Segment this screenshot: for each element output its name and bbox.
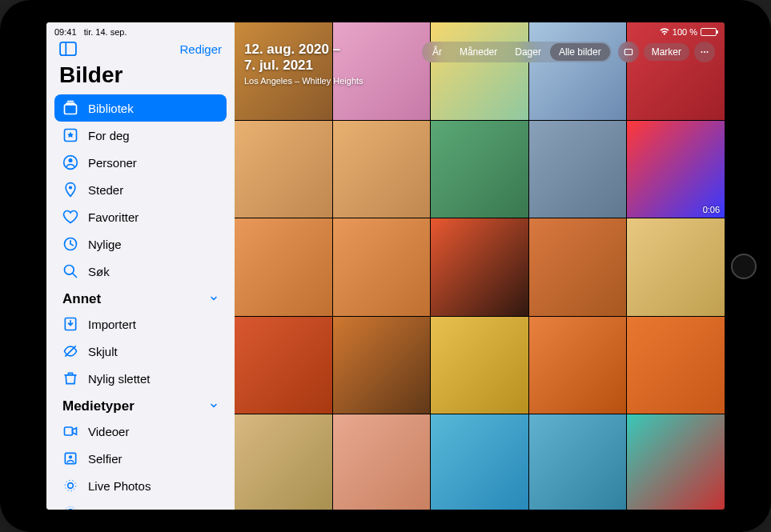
sidebar-item-livephoto[interactable]: Live Photos — [54, 472, 227, 499]
sidebar-item-selfie[interactable]: Selfier — [54, 445, 227, 472]
sidebar-item-portrait[interactable]: Portrett — [54, 499, 227, 510]
view-segmented-control[interactable]: ÅrMånederDagerAlle bilder — [422, 42, 612, 62]
screen: 09:41 tir. 14. sep. 100 % Rediger — [46, 22, 725, 510]
sidebar-item-recents[interactable]: Nylige — [54, 230, 227, 258]
sidebar-title: Bilder — [54, 61, 227, 94]
photo-thumbnail[interactable] — [529, 414, 627, 510]
foryou-icon — [62, 127, 78, 143]
select-button[interactable]: Marker — [644, 43, 689, 61]
photo-thumbnail[interactable] — [431, 121, 528, 218]
svg-rect-21 — [624, 50, 632, 55]
sidebar-item-hidden[interactable]: Skjult — [54, 338, 227, 365]
svg-point-7 — [69, 158, 73, 162]
trash-icon — [62, 370, 78, 386]
ipad-frame: 09:41 tir. 14. sep. 100 % Rediger — [0, 0, 771, 532]
sidebar-item-label: For deg — [88, 129, 130, 142]
sidebar-item-video[interactable]: Videoer — [54, 418, 227, 445]
sidebar-item-label: Steder — [88, 183, 123, 197]
sidebar-item-favorites[interactable]: Favoritter — [54, 203, 227, 230]
sidebar-toggle-icon[interactable] — [59, 42, 77, 56]
photo-thumbnail[interactable] — [627, 414, 725, 510]
photo-thumbnail[interactable] — [235, 218, 332, 316]
sidebar-item-label: Bibliotek — [88, 102, 134, 115]
sidebar: Rediger Bilder BibliotekFor degPersonerS… — [46, 22, 235, 510]
sidebar-item-label: Portrett — [88, 506, 127, 510]
svg-point-8 — [69, 186, 72, 189]
svg-rect-4 — [67, 101, 74, 102]
section-title: Medietyper — [62, 398, 135, 414]
photo-grid: 0:06 — [235, 22, 725, 510]
sidebar-item-trash[interactable]: Nylig slettet — [54, 365, 227, 392]
sidebar-item-label: Favoritter — [88, 210, 139, 224]
search-icon — [62, 263, 78, 279]
home-button[interactable] — [731, 254, 757, 279]
section-title: Annet — [62, 291, 101, 307]
sidebar-item-search[interactable]: Søk — [54, 258, 227, 285]
sidebar-item-library[interactable]: Bibliotek — [54, 94, 227, 122]
sidebar-item-places[interactable]: Steder — [54, 176, 227, 203]
sidebar-item-label: Live Photos — [88, 479, 151, 493]
more-button[interactable] — [694, 42, 715, 62]
edit-button[interactable]: Rediger — [179, 42, 222, 56]
library-icon — [62, 100, 78, 116]
svg-point-24 — [706, 51, 708, 53]
photo-thumbnail[interactable] — [529, 218, 627, 316]
livephoto-icon — [62, 478, 78, 494]
favorites-icon — [62, 209, 78, 225]
sidebar-section-medietyper[interactable]: Medietyper — [54, 392, 227, 418]
hidden-icon — [62, 343, 78, 359]
main-header: 12. aug. 2020 – 7. jul. 2021 Los Angeles… — [235, 22, 725, 94]
sidebar-item-label: Selfier — [88, 452, 122, 466]
recents-icon — [62, 236, 78, 252]
segment-år[interactable]: År — [424, 43, 451, 61]
photo-thumbnail[interactable]: 0:06 — [627, 121, 725, 218]
people-icon — [62, 154, 78, 170]
svg-point-23 — [704, 51, 705, 53]
sidebar-item-people[interactable]: Personer — [54, 149, 227, 176]
sidebar-item-label: Nylige — [88, 238, 122, 251]
photo-thumbnail[interactable] — [333, 414, 431, 510]
photo-thumbnail[interactable] — [431, 317, 528, 414]
sidebar-item-label: Personer — [88, 156, 137, 170]
sidebar-item-label: Skjult — [88, 345, 118, 358]
segment-alle-bilder[interactable]: Alle bilder — [550, 43, 610, 61]
photo-thumbnail[interactable] — [235, 414, 332, 510]
segment-måneder[interactable]: Måneder — [451, 43, 506, 61]
sidebar-item-label: Nylig slettet — [88, 372, 151, 386]
sidebar-item-label: Søk — [88, 265, 110, 278]
svg-rect-14 — [65, 427, 73, 435]
sidebar-item-foryou[interactable]: For deg — [54, 122, 227, 149]
photo-thumbnail[interactable] — [431, 218, 528, 316]
imported-icon — [62, 316, 78, 332]
segment-dager[interactable]: Dager — [506, 43, 550, 61]
sidebar-item-label: Videoer — [88, 425, 129, 438]
selfie-icon — [62, 450, 78, 466]
photo-thumbnail[interactable] — [333, 121, 431, 218]
photo-thumbnail[interactable] — [627, 317, 725, 414]
video-duration: 0:06 — [703, 205, 720, 214]
chevron-down-icon — [209, 400, 219, 413]
photo-thumbnail[interactable] — [333, 317, 431, 414]
portrait-icon — [62, 505, 78, 510]
svg-point-17 — [68, 483, 74, 489]
date-range: 12. aug. 2020 – 7. jul. 2021 — [244, 42, 363, 74]
svg-line-11 — [73, 274, 77, 278]
aspect-button[interactable] — [618, 42, 639, 62]
video-icon — [62, 423, 78, 439]
photo-thumbnail[interactable] — [333, 218, 431, 316]
photo-thumbnail[interactable] — [627, 218, 725, 316]
photo-library-main: 12. aug. 2020 – 7. jul. 2021 Los Angeles… — [235, 22, 725, 510]
sidebar-item-imported[interactable]: Importert — [54, 310, 227, 338]
sidebar-section-annet[interactable]: Annet — [54, 285, 227, 310]
photo-thumbnail[interactable] — [235, 121, 332, 218]
photo-thumbnail[interactable] — [431, 414, 528, 510]
svg-rect-0 — [60, 42, 76, 55]
chevron-down-icon — [209, 293, 219, 306]
svg-point-22 — [701, 51, 702, 53]
photo-thumbnail[interactable] — [235, 317, 332, 414]
photo-thumbnail[interactable] — [529, 317, 627, 414]
sidebar-item-label: Importert — [88, 318, 136, 331]
photo-thumbnail[interactable] — [529, 121, 627, 218]
location-label: Los Angeles – Whitley Heights — [244, 76, 363, 86]
svg-rect-3 — [66, 102, 75, 104]
